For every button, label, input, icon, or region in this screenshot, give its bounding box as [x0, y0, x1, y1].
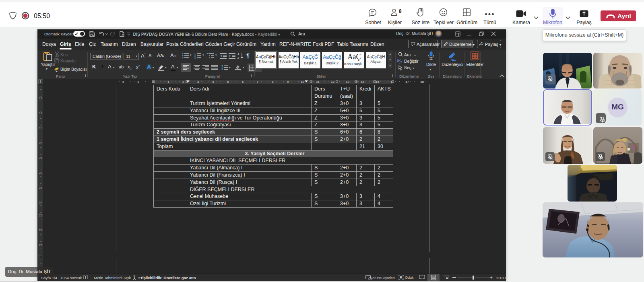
svg-text:3: 3	[194, 57, 196, 59]
svg-text:A: A	[237, 53, 239, 56]
svg-text:Z: Z	[237, 56, 239, 59]
